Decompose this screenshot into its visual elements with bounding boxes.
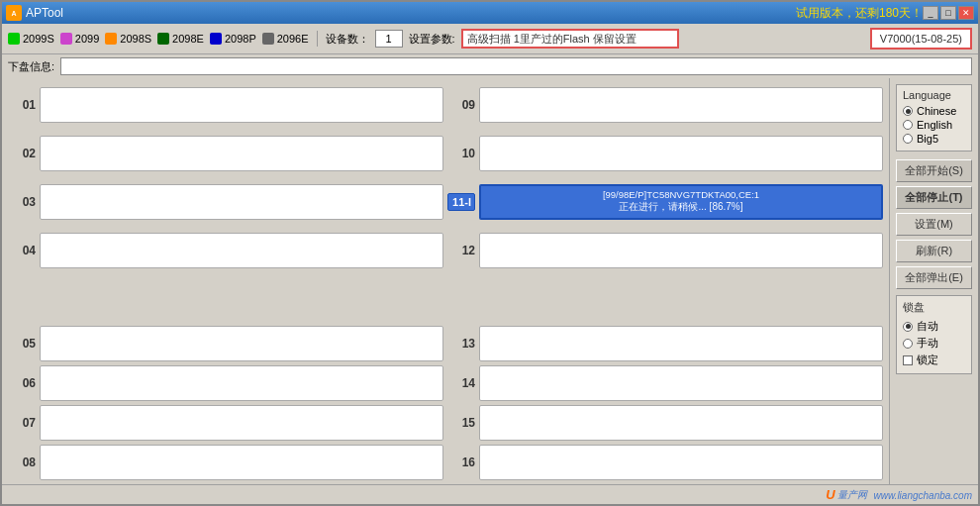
maximize-button[interactable]: □ [940, 6, 956, 20]
slot-row-03: 03 [8, 179, 443, 224]
slot-row-02: 02 [8, 131, 443, 175]
right-panel: Language Chinese English Big5 全部开始(S) 全部… [889, 78, 978, 484]
legend-dot-2098e [157, 33, 169, 45]
radio-label-manual: 手动 [917, 336, 938, 351]
radio-label-chinese: Chinese [917, 105, 956, 117]
exit-all-button[interactable]: 全部弹出(E) [896, 266, 972, 289]
slot-row-06: 06 [8, 365, 443, 401]
radio-circle-english[interactable] [903, 120, 913, 130]
radio-circle-manual[interactable] [903, 339, 913, 349]
legend-2098s: 2098S [105, 33, 151, 45]
legend-2098p: 2098P [210, 33, 256, 45]
info-input[interactable] [60, 57, 972, 75]
toolbar: 2099S 2099 2098S 2098E 2098P 2096E 设备数： … [2, 24, 978, 54]
radio-english[interactable]: English [903, 119, 965, 131]
radio-big5[interactable]: Big5 [903, 133, 965, 145]
footer-logo: U 量产网 [826, 487, 866, 502]
slot-box-11[interactable]: [99/98E/P]TC58NVG7TDKTA00,CE:1 正在进行，请稍候.… [479, 184, 883, 220]
slot-row-13: 13 [447, 326, 883, 361]
checkbox-label-lock: 锁定 [917, 353, 938, 367]
main-window: A APTool 试用版本，还剩180天！ _ □ ✕ 2099S 2099 2… [0, 0, 980, 506]
slot-num-04: 04 [8, 244, 36, 257]
slot-row-16: 16 [447, 445, 883, 480]
footer-watermark: U 量产网 www.liangchanba.com [2, 484, 978, 504]
radio-auto[interactable]: 自动 [903, 319, 965, 334]
slot-row-10: 10 [447, 131, 883, 175]
legend-2099s: 2099S [8, 33, 54, 45]
slot-num-02: 02 [8, 147, 36, 160]
slot-num-01: 01 [8, 98, 36, 112]
slot-row-12: 12 [447, 229, 883, 273]
slot-num-05: 05 [8, 337, 36, 351]
language-title: Language [903, 89, 965, 101]
legend-2098e: 2098E [157, 33, 204, 45]
slot-row-07: 07 [8, 405, 443, 441]
info-label: 下盘信息: [8, 59, 54, 74]
radio-manual[interactable]: 手动 [903, 336, 965, 351]
lock-title: 锁盘 [903, 300, 965, 315]
radio-circle-big5[interactable] [903, 134, 913, 144]
radio-circle-auto[interactable] [903, 322, 913, 332]
param-input[interactable] [461, 29, 679, 49]
slot-box-06[interactable] [40, 365, 443, 401]
slot-row-05: 05 [8, 326, 443, 361]
app-icon: A [6, 5, 22, 21]
slot-11-line2: 正在进行，请稍候... [86.7%] [619, 200, 742, 214]
slot-num-09: 09 [447, 98, 475, 112]
slot-gap-right [447, 277, 883, 285]
close-button[interactable]: ✕ [958, 6, 974, 20]
slot-box-14[interactable] [479, 365, 883, 401]
param-label: 设置参数: [409, 32, 455, 47]
legend-label-2099: 2099 [75, 33, 99, 45]
slot-box-05[interactable] [40, 326, 443, 361]
u-icon: U [826, 487, 834, 502]
app-title: APTool [26, 6, 788, 20]
legend-dot-2098s [105, 33, 117, 45]
stop-all-button[interactable]: 全部停止(T) [896, 186, 972, 209]
slot-num-07: 07 [8, 416, 36, 430]
device-count-input[interactable] [375, 30, 403, 48]
legend-label-2099s: 2099S [23, 33, 54, 45]
slot-box-16[interactable] [479, 445, 883, 480]
slot-num-10: 10 [447, 147, 475, 160]
refresh-button[interactable]: 刷新(R) [896, 240, 972, 262]
slot-box-01[interactable] [40, 87, 443, 123]
legend-dot-2096e [262, 33, 274, 45]
device-num-label: 设备数： [326, 32, 369, 47]
slot-box-04[interactable] [40, 233, 443, 268]
start-all-button[interactable]: 全部开始(S) [896, 159, 972, 182]
slot-num-12: 12 [447, 244, 475, 257]
slot-box-13[interactable] [479, 326, 883, 361]
checkbox-box-lock[interactable] [903, 355, 913, 365]
radio-label-auto: 自动 [917, 319, 938, 334]
radio-circle-chinese[interactable] [903, 106, 913, 116]
slot-row-14: 14 [447, 365, 883, 401]
slot-box-08[interactable] [40, 445, 443, 480]
radio-label-english: English [917, 119, 952, 131]
legend-dot-2098p [210, 33, 222, 45]
radio-label-big5: Big5 [917, 133, 938, 145]
slot-num-14: 14 [447, 376, 475, 390]
slot-row-08: 08 [8, 445, 443, 480]
radio-chinese[interactable]: Chinese [903, 105, 965, 117]
version-button[interactable]: V7000(15-08-25) [870, 28, 972, 50]
slot-box-10[interactable] [479, 136, 883, 171]
checkbox-lock[interactable]: 锁定 [903, 353, 965, 367]
slot-box-09[interactable] [479, 87, 883, 123]
legend-label-2096e: 2096E [277, 33, 309, 45]
slot-box-07[interactable] [40, 405, 443, 441]
slot-box-12[interactable] [479, 233, 883, 268]
settings-button[interactable]: 设置(M) [896, 213, 972, 236]
watermark-text: 量产网 [837, 488, 867, 502]
slot-box-15[interactable] [479, 405, 883, 441]
slots-area: 01 09 02 10 03 11-I [2, 78, 889, 484]
toolbar-separator-1 [317, 31, 318, 47]
svg-text:A: A [11, 10, 16, 17]
slot-num-11: 11-I [447, 193, 475, 211]
slot-num-08: 08 [8, 455, 36, 469]
legend-2096e: 2096E [262, 33, 309, 45]
slot-box-03[interactable] [40, 184, 443, 220]
slot-box-02[interactable] [40, 136, 443, 171]
slot-num-03: 03 [8, 195, 36, 209]
minimize-button[interactable]: _ [923, 6, 938, 20]
